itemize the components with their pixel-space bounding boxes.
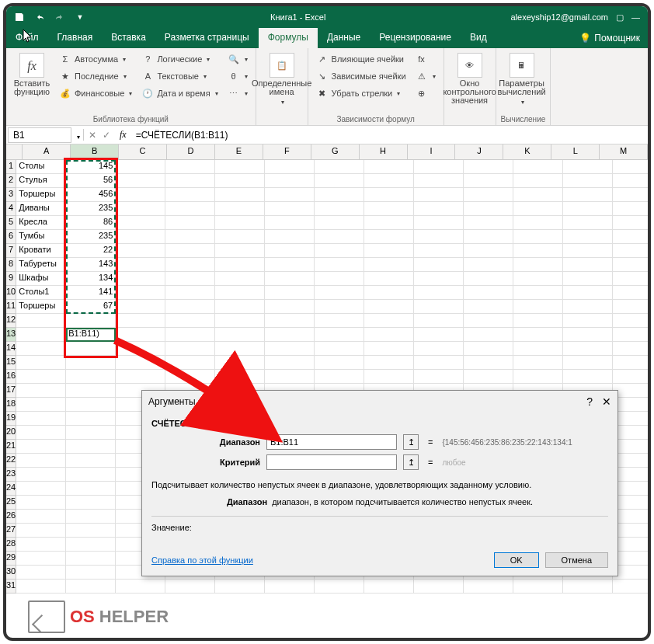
cell[interactable] bbox=[165, 356, 215, 370]
cell[interactable] bbox=[563, 188, 613, 202]
cell[interactable] bbox=[513, 202, 563, 216]
cell[interactable] bbox=[215, 370, 265, 384]
cell[interactable] bbox=[464, 342, 513, 356]
cell[interactable]: 86 bbox=[66, 216, 116, 230]
cell[interactable] bbox=[613, 272, 651, 286]
cell[interactable] bbox=[513, 272, 563, 286]
cell[interactable] bbox=[165, 300, 215, 314]
cell[interactable] bbox=[265, 244, 315, 258]
cell[interactable] bbox=[364, 160, 414, 174]
cell[interactable] bbox=[265, 286, 315, 300]
cell[interactable] bbox=[215, 286, 265, 300]
datetime-button[interactable]: 🕐Дата и время▾ bbox=[138, 85, 221, 101]
logical-button[interactable]: ?Логические▾ bbox=[138, 51, 221, 67]
cell[interactable] bbox=[364, 314, 414, 328]
tab-data[interactable]: Данные bbox=[318, 28, 370, 48]
cell[interactable]: Тумбы bbox=[16, 230, 66, 244]
cell[interactable] bbox=[265, 188, 315, 202]
insert-function-button[interactable]: fx Вставить функцию bbox=[11, 51, 53, 113]
cell[interactable] bbox=[464, 286, 513, 300]
cell[interactable] bbox=[66, 356, 116, 370]
defined-names-button[interactable]: 📋 Определенные имена▾ bbox=[261, 51, 303, 122]
cell[interactable] bbox=[414, 202, 464, 216]
cell[interactable] bbox=[66, 552, 116, 566]
cell[interactable] bbox=[513, 244, 563, 258]
cell[interactable] bbox=[16, 328, 66, 342]
cell[interactable] bbox=[265, 580, 315, 594]
cell[interactable]: Стулья bbox=[16, 174, 66, 188]
cell[interactable] bbox=[613, 370, 651, 384]
cell[interactable] bbox=[613, 216, 651, 230]
cell[interactable] bbox=[414, 300, 464, 314]
cell[interactable] bbox=[215, 258, 265, 272]
cell[interactable] bbox=[16, 510, 66, 524]
row-header[interactable]: 16 bbox=[6, 370, 16, 384]
row-header[interactable]: 30 bbox=[6, 566, 16, 580]
cell[interactable]: B1:B11) bbox=[66, 328, 116, 342]
cell[interactable] bbox=[215, 230, 265, 244]
cell[interactable]: Торшеры bbox=[16, 300, 66, 314]
cell[interactable] bbox=[613, 496, 651, 510]
range-ref-button[interactable]: ↥ bbox=[403, 434, 419, 450]
cell[interactable] bbox=[66, 370, 116, 384]
col-header[interactable]: F bbox=[263, 144, 311, 159]
calc-options-button[interactable]: 🖩 Параметры вычислений▾ bbox=[501, 51, 543, 113]
range-input[interactable]: B1:B11 bbox=[266, 434, 397, 450]
cell[interactable] bbox=[265, 342, 315, 356]
cell[interactable] bbox=[613, 440, 651, 454]
cell[interactable] bbox=[414, 188, 464, 202]
cell[interactable] bbox=[315, 580, 364, 594]
col-header[interactable]: C bbox=[119, 144, 167, 159]
row-header[interactable]: 5 bbox=[6, 216, 16, 230]
cell[interactable]: 22 bbox=[66, 244, 116, 258]
cell[interactable] bbox=[464, 160, 513, 174]
cell[interactable] bbox=[215, 272, 265, 286]
cell[interactable] bbox=[513, 356, 563, 370]
window-icon[interactable]: ▢ bbox=[616, 12, 624, 23]
cell[interactable] bbox=[563, 244, 613, 258]
criteria-input[interactable] bbox=[266, 454, 397, 470]
cell[interactable] bbox=[414, 160, 464, 174]
col-header[interactable]: H bbox=[360, 144, 408, 159]
dialog-close-icon[interactable]: ✕ bbox=[602, 395, 611, 408]
cell[interactable] bbox=[464, 580, 513, 594]
cell[interactable] bbox=[66, 496, 116, 510]
cell[interactable] bbox=[613, 244, 651, 258]
row-header[interactable]: 26 bbox=[6, 510, 16, 524]
cell[interactable] bbox=[464, 174, 513, 188]
cell[interactable] bbox=[165, 258, 215, 272]
row-header[interactable]: 11 bbox=[6, 300, 16, 314]
cell[interactable] bbox=[265, 230, 315, 244]
cell[interactable] bbox=[563, 580, 613, 594]
cell[interactable] bbox=[116, 342, 165, 356]
cell[interactable] bbox=[464, 258, 513, 272]
row-header[interactable]: 14 bbox=[6, 342, 16, 356]
cell[interactable] bbox=[464, 216, 513, 230]
cell[interactable] bbox=[414, 258, 464, 272]
cell[interactable]: Диваны bbox=[16, 202, 66, 216]
cell[interactable] bbox=[116, 174, 165, 188]
cell[interactable] bbox=[414, 216, 464, 230]
undo-icon[interactable] bbox=[31, 9, 48, 26]
cell[interactable] bbox=[16, 538, 66, 552]
cell[interactable] bbox=[265, 160, 315, 174]
cell[interactable] bbox=[66, 510, 116, 524]
cell[interactable] bbox=[513, 370, 563, 384]
cell[interactable] bbox=[464, 272, 513, 286]
cell[interactable] bbox=[165, 230, 215, 244]
cell[interactable] bbox=[613, 258, 651, 272]
cell[interactable] bbox=[66, 468, 116, 482]
cell[interactable] bbox=[16, 454, 66, 468]
cell[interactable]: 134 bbox=[66, 272, 116, 286]
cell[interactable] bbox=[613, 426, 651, 440]
cell[interactable] bbox=[165, 202, 215, 216]
ok-button[interactable]: OK bbox=[494, 552, 539, 568]
row-header[interactable]: 17 bbox=[6, 384, 16, 398]
cell[interactable] bbox=[116, 258, 165, 272]
cell[interactable] bbox=[116, 300, 165, 314]
cell[interactable] bbox=[315, 356, 364, 370]
cell[interactable] bbox=[563, 300, 613, 314]
cell[interactable] bbox=[116, 188, 165, 202]
cell[interactable] bbox=[364, 300, 414, 314]
cell[interactable] bbox=[265, 300, 315, 314]
